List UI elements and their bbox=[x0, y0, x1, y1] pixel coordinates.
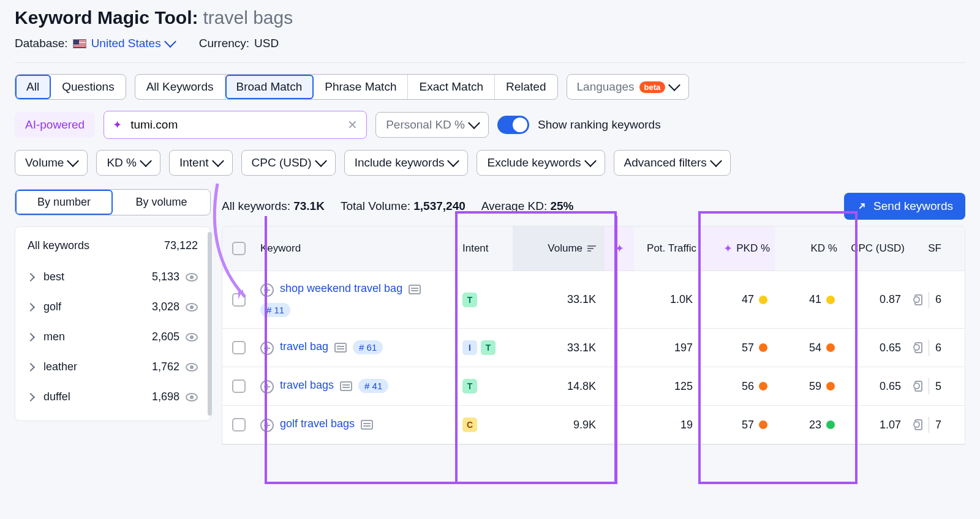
serp-icon[interactable] bbox=[334, 343, 347, 353]
eye-icon[interactable] bbox=[186, 333, 198, 342]
volume-value: 9.9K bbox=[513, 408, 605, 442]
intent-filter[interactable]: Intent bbox=[169, 150, 233, 176]
keyword-group-row[interactable]: golf3,028 bbox=[15, 292, 210, 322]
col-volume[interactable]: Volume bbox=[513, 226, 605, 271]
all-keywords-count: 73,122 bbox=[164, 239, 198, 252]
kd-filter[interactable]: KD % bbox=[96, 150, 160, 176]
include-keywords-filter[interactable]: Include keywords bbox=[344, 150, 469, 176]
row-checkbox[interactable] bbox=[232, 418, 246, 431]
kd-value: 59 bbox=[775, 369, 842, 404]
tab-broad-match[interactable]: Broad Match bbox=[225, 75, 314, 99]
kd-value: 41 bbox=[775, 282, 842, 317]
chevron-right-icon bbox=[26, 362, 35, 371]
pot-traffic-value: 1.0K bbox=[634, 282, 701, 317]
group-name: duffel bbox=[43, 390, 152, 403]
expand-icon[interactable] bbox=[260, 342, 274, 355]
keyword-link[interactable]: golf travel bags bbox=[280, 417, 355, 430]
pkd-value: 57 bbox=[701, 330, 775, 365]
eye-icon[interactable] bbox=[186, 393, 198, 401]
serp-preview-icon[interactable] bbox=[914, 381, 922, 392]
exclude-keywords-filter[interactable]: Exclude keywords bbox=[477, 150, 605, 176]
row-checkbox[interactable] bbox=[232, 379, 246, 393]
expand-icon[interactable] bbox=[260, 283, 274, 297]
group-name: best bbox=[43, 271, 152, 283]
chevron-down-icon bbox=[140, 155, 152, 167]
personal-kd-filter[interactable]: Personal KD % bbox=[375, 112, 489, 138]
cpc-value: 1.07 bbox=[842, 408, 910, 442]
row-checkbox[interactable] bbox=[232, 341, 246, 354]
chevron-down-icon bbox=[668, 79, 680, 91]
group-count: 3,028 bbox=[152, 301, 179, 313]
difficulty-dot-icon bbox=[826, 296, 835, 304]
difficulty-dot-icon bbox=[826, 382, 835, 390]
stat-total-volume: Total Volume: 1,537,240 bbox=[341, 200, 466, 213]
tab-all[interactable]: All bbox=[15, 75, 51, 99]
col-pot-traffic[interactable]: Pot. Traffic bbox=[634, 233, 701, 263]
col-kd[interactable]: KD % bbox=[775, 234, 842, 263]
page-title: Keyword Magic Tool: travel bags bbox=[15, 7, 965, 28]
eye-icon[interactable] bbox=[186, 273, 198, 282]
col-cpc[interactable]: CPC (USD) bbox=[842, 233, 910, 263]
clear-icon[interactable]: ✕ bbox=[347, 118, 358, 132]
keyword-link[interactable]: travel bag bbox=[280, 340, 328, 353]
sort-by-volume[interactable]: By volume bbox=[113, 190, 210, 215]
row-checkbox[interactable] bbox=[232, 293, 246, 307]
col-ai-sparkle[interactable]: ✦ bbox=[605, 226, 634, 271]
tab-exact-match[interactable]: Exact Match bbox=[408, 75, 495, 99]
serp-preview-icon[interactable] bbox=[914, 342, 922, 353]
expand-icon[interactable] bbox=[260, 380, 274, 394]
col-sf[interactable]: SF bbox=[910, 234, 946, 263]
keyword-group-row[interactable]: men2,605 bbox=[15, 322, 210, 352]
database-selector[interactable]: Database: United States bbox=[15, 37, 175, 50]
serp-preview-icon[interactable] bbox=[914, 419, 922, 430]
all-keywords-label[interactable]: All keywords bbox=[28, 239, 89, 252]
languages-filter[interactable]: Languages beta bbox=[567, 74, 690, 100]
intent-badge: I bbox=[462, 340, 477, 355]
difficulty-dot-icon bbox=[759, 420, 767, 429]
keyword-link[interactable]: travel bags bbox=[280, 379, 334, 392]
col-intent[interactable]: Intent bbox=[451, 234, 513, 263]
sort-by-number[interactable]: By number bbox=[15, 190, 113, 215]
eye-icon[interactable] bbox=[186, 303, 198, 312]
chevron-down-icon bbox=[468, 117, 480, 129]
group-count: 1,698 bbox=[152, 390, 179, 403]
col-pkd[interactable]: ✦PKD % bbox=[701, 226, 775, 271]
volume-filter[interactable]: Volume bbox=[15, 150, 88, 176]
advanced-filters[interactable]: Advanced filters bbox=[614, 150, 731, 176]
domain-input[interactable] bbox=[129, 118, 340, 132]
keyword-group-row[interactable]: best5,133 bbox=[15, 262, 210, 292]
sf-value: 6 bbox=[935, 342, 941, 354]
domain-input-wrapper[interactable]: ✦ ✕ bbox=[104, 111, 367, 139]
serp-preview-icon[interactable] bbox=[914, 294, 922, 305]
tab-all-keywords[interactable]: All Keywords bbox=[135, 75, 225, 99]
serp-icon[interactable] bbox=[409, 285, 421, 294]
group-name: men bbox=[43, 330, 152, 343]
cpc-filter[interactable]: CPC (USD) bbox=[241, 150, 336, 176]
serp-icon[interactable] bbox=[340, 381, 352, 391]
table-header: Keyword Intent Volume ✦ Pot. Traffic ✦PK… bbox=[222, 226, 965, 271]
difficulty-dot-icon bbox=[759, 296, 767, 304]
tab-questions[interactable]: Questions bbox=[51, 75, 126, 99]
eye-icon[interactable] bbox=[186, 363, 198, 372]
keyword-group-row[interactable]: leather1,762 bbox=[15, 352, 210, 382]
group-name: golf bbox=[43, 301, 152, 313]
select-all-checkbox[interactable] bbox=[232, 242, 246, 255]
expand-icon[interactable] bbox=[260, 419, 274, 432]
serp-icon[interactable] bbox=[361, 420, 373, 430]
pot-traffic-value: 19 bbox=[634, 408, 701, 442]
chevron-down-icon bbox=[710, 155, 722, 167]
col-keyword[interactable]: Keyword bbox=[255, 234, 451, 263]
table-row: travel bags# 41T14.8K12556590.655 bbox=[222, 367, 965, 406]
kd-value: 23 bbox=[775, 408, 842, 442]
keyword-link[interactable]: shop weekend travel bag bbox=[280, 282, 402, 295]
difficulty-dot-icon bbox=[826, 343, 835, 352]
keyword-group-row[interactable]: duffel1,698 bbox=[15, 382, 210, 412]
rank-badge: # 61 bbox=[353, 340, 383, 354]
tab-phrase-match[interactable]: Phrase Match bbox=[314, 75, 408, 99]
ai-powered-chip: AI-powered bbox=[15, 112, 95, 138]
beta-badge: beta bbox=[639, 81, 666, 93]
send-keywords-button[interactable]: Send keywords bbox=[844, 193, 965, 220]
scope-segment: All Questions bbox=[15, 74, 126, 100]
tab-related[interactable]: Related bbox=[495, 75, 557, 99]
ranking-keywords-toggle[interactable] bbox=[497, 116, 529, 134]
